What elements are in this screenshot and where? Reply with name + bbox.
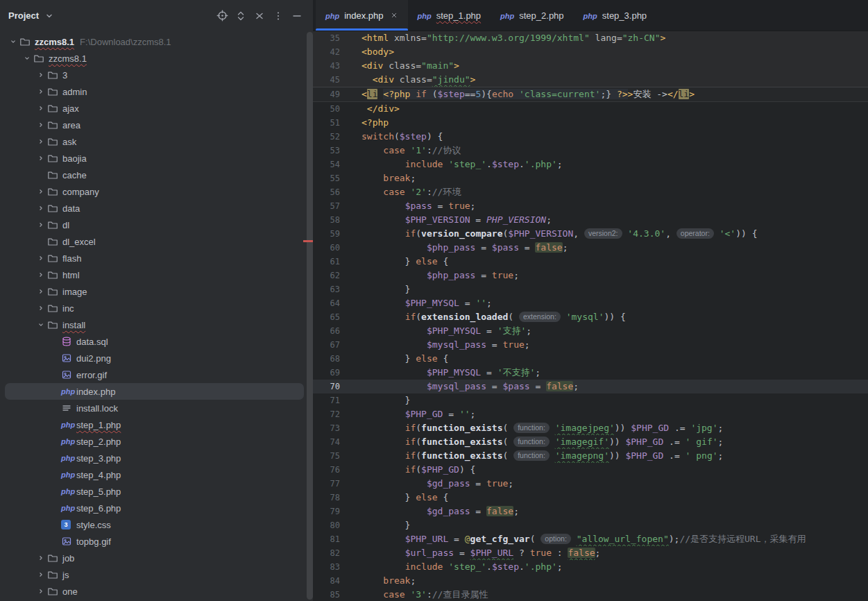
line-number[interactable]: 77 [313,477,361,491]
tree-item-html[interactable]: html [0,266,313,283]
code-line-71[interactable]: 71 } [313,393,868,407]
code-line-65[interactable]: 65 if(extension_loaded( extension: 'mysq… [313,310,868,324]
line-number[interactable]: 61 [313,255,361,269]
tree-item-cache[interactable]: cache [0,167,313,183]
chevron-right-icon[interactable] [35,219,47,230]
chevron-down-icon[interactable] [7,36,19,47]
tree-item-company[interactable]: company [0,183,313,200]
hide-panel-icon[interactable] [289,8,305,24]
tree-item-js[interactable]: js [0,566,313,583]
code-line-80[interactable]: 80 } [313,518,868,532]
line-number[interactable]: 49 [313,87,361,101]
line-number[interactable]: 55 [313,171,361,185]
code-line-50[interactable]: 50 </div> [313,102,868,116]
line-number[interactable]: 66 [313,324,361,338]
line-number[interactable]: 75 [313,449,361,463]
line-number[interactable]: 59 [313,227,361,241]
code-line-59[interactable]: 59 if(version_compare($PHP_VERSION, vers… [313,227,868,241]
tree-item-dl[interactable]: dl [0,217,313,233]
chevron-right-icon[interactable] [35,69,47,81]
code-line-35[interactable]: 35<html xmlns="http://www.w3.org/1999/xh… [313,31,868,45]
line-number[interactable]: 64 [313,296,361,310]
code-line-66[interactable]: 66 $PHP_MYSQL = '支持'; [313,324,868,338]
code-line-70[interactable]: 70 $mysql_pass = $pass = false; [313,380,868,393]
tree-item-data.sql[interactable]: data.sql [0,333,313,350]
line-number[interactable]: 60 [313,241,361,255]
chevron-right-icon[interactable] [35,153,47,164]
line-number[interactable]: 42 [313,45,361,59]
line-number[interactable]: 63 [313,282,361,296]
code-line-68[interactable]: 68 } else { [313,352,868,366]
tree-item-step-4.php[interactable]: phpstep_4.php [0,466,313,483]
tree-item-image[interactable]: image [0,283,313,300]
tree-item-install[interactable]: install [0,316,313,333]
tree-item-index.php[interactable]: phpindex.php [0,383,313,400]
line-number[interactable]: 68 [313,352,361,366]
close-icon[interactable] [390,10,398,21]
line-number[interactable]: 79 [313,505,361,518]
code-line-85[interactable]: 85 case '3'://查目录属性 [313,588,868,601]
tree-item-ajax[interactable]: ajax [0,100,313,117]
chevron-right-icon[interactable] [35,253,47,264]
line-number[interactable]: 57 [313,199,361,213]
line-number[interactable]: 56 [313,185,361,199]
line-number[interactable]: 54 [313,158,361,171]
chevron-right-icon[interactable] [35,119,47,130]
tab-step-1.php[interactable]: phpstep_1.php [408,0,491,31]
tree-item-zzcms8.1[interactable]: zzcms8.1F:\Download\zzcms8.1 [0,33,313,50]
more-options-icon[interactable] [271,8,286,24]
code-line-77[interactable]: 77 $gd_pass = true; [313,477,868,491]
code-line-43[interactable]: 43<div class="main"> [313,59,868,73]
code-line-84[interactable]: 84 break; [313,574,868,588]
tab-step-3.php[interactable]: phpstep_3.php [574,0,657,31]
code-line-81[interactable]: 81 $PHP_URL = @get_cfg_var( option: "all… [313,532,868,546]
line-number[interactable]: 35 [313,31,361,45]
tree-item-step-6.php[interactable]: phpstep_6.php [0,500,313,516]
code-line-72[interactable]: 72 $PHP_GD = ''; [313,407,868,421]
tree-item-ask[interactable]: ask [0,133,313,150]
chevron-right-icon[interactable] [35,586,47,597]
tree-item-baojia[interactable]: baojia [0,150,313,167]
tree-item-dui2.png[interactable]: dui2.png [0,350,313,366]
tree-item-flash[interactable]: flash [0,250,313,266]
code-line-60[interactable]: 60 $php_pass = $pass = false; [313,241,868,255]
expand-all-icon[interactable] [233,8,248,24]
line-number[interactable]: 78 [313,491,361,505]
tab-index.php[interactable]: phpindex.php [316,0,408,31]
line-number[interactable]: 84 [313,574,361,588]
code-line-61[interactable]: 61 } else { [313,255,868,269]
line-number[interactable]: 71 [313,393,361,407]
tree-item-area[interactable]: area [0,117,313,133]
code-editor[interactable]: 35<html xmlns="http://www.w3.org/1999/xh… [313,31,868,601]
tab-step-2.php[interactable]: phpstep_2.php [491,0,574,31]
code-line-54[interactable]: 54 include 'step_'.$step.'.php'; [313,158,868,171]
code-line-53[interactable]: 53 case '1'://协议 [313,144,868,158]
code-line-79[interactable]: 79 $gd_pass = false; [313,505,868,518]
line-number[interactable]: 85 [313,588,361,601]
project-tree-scrollbar[interactable] [307,32,313,600]
line-number[interactable]: 52 [313,130,361,144]
line-number[interactable]: 45 [313,73,361,87]
line-number[interactable]: 70 [313,380,361,393]
chevron-right-icon[interactable] [35,136,47,147]
tree-item-topbg.gif[interactable]: topbg.gif [0,533,313,550]
collapse-all-icon[interactable] [252,8,267,24]
tree-item-job[interactable]: job [0,550,313,566]
chevron-right-icon[interactable] [35,103,47,114]
chevron-right-icon[interactable] [35,269,47,280]
chevron-right-icon[interactable] [35,203,47,214]
line-number[interactable]: 58 [313,213,361,227]
tree-item-inc[interactable]: inc [0,300,313,316]
tree-item-zzcms8.1[interactable]: zzcms8.1 [0,50,313,67]
chevron-down-icon[interactable] [44,10,55,22]
line-number[interactable]: 74 [313,435,361,449]
chevron-right-icon[interactable] [35,86,47,97]
code-line-82[interactable]: 82 $url_pass = $PHP_URL ? true : false; [313,546,868,560]
line-number[interactable]: 50 [313,102,361,116]
tree-item-step-5.php[interactable]: phpstep_5.php [0,483,313,500]
code-line-76[interactable]: 76 if($PHP_GD) { [313,463,868,477]
code-line-69[interactable]: 69 $PHP_MYSQL = '不支持'; [313,366,868,380]
code-line-83[interactable]: 83 include 'step_'.$step.'.php'; [313,560,868,574]
chevron-down-icon[interactable] [35,319,47,330]
code-line-64[interactable]: 64 $PHP_MYSQL = ''; [313,296,868,310]
